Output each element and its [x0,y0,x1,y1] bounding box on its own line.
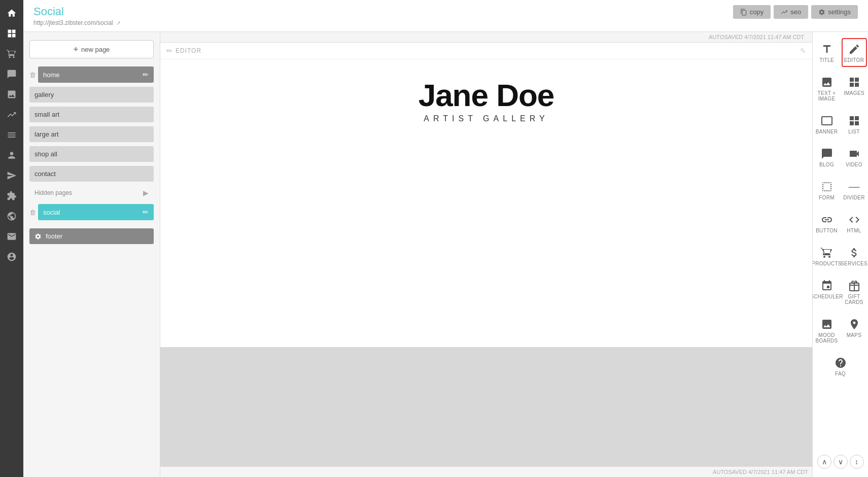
widget-faq[interactable]: FAQ [828,352,853,381]
external-link-icon[interactable]: ➚ [116,20,121,26]
page-item-home-label: home [43,71,60,79]
widget-html[interactable]: HTML [842,209,867,237]
settings-button[interactable]: settings [811,5,858,19]
widget-form[interactable]: FORM [814,176,840,205]
home-icon[interactable] [3,4,21,22]
widget-editor-icon [846,42,862,56]
page-item-large-art-label: large art [34,130,59,138]
hidden-pages-label: Hidden pages [34,189,72,196]
editor-toolbar-bar: ✏ EDITOR ✎ [160,43,812,59]
widget-row-2: TEXT + IMAGE IMAGES [813,69,868,108]
widget-gift-cards-icon [846,279,862,293]
widget-maps-label: MAPS [847,332,862,338]
widget-scheduler[interactable]: SCHEDULER [814,275,840,309]
footer-item[interactable]: footer [29,228,154,244]
site-subtitle: ARTIST GALLERY [424,114,548,123]
top-bar: Social http://jtest3.zibster.com/social … [23,0,868,32]
page-item-social[interactable]: social ✏ [38,204,154,220]
send-icon[interactable] [3,166,21,185]
url-link[interactable]: http://jtest3.zibster.com/social [33,19,113,26]
puzzle-icon[interactable] [3,187,21,205]
delete-social-icon[interactable]: 🗑 [29,209,36,216]
account-icon[interactable] [3,248,21,266]
edit-home-icon[interactable]: ✏ [143,71,149,79]
page-item-large-art[interactable]: large art [29,126,154,142]
widget-mood-boards-label: MOOD BOARDS [815,332,838,344]
page-item-shop-all[interactable]: shop all [29,146,154,162]
widget-images[interactable]: IMAGES [842,71,867,106]
copy-button[interactable]: copy [733,5,771,19]
widget-list-icon [846,114,862,128]
editor-area: AUTOSAVED 4/7/2021 11:47 AM CDT ✏ EDITOR… [160,32,812,477]
main-area: Social http://jtest3.zibster.com/social … [23,0,868,477]
widget-title[interactable]: TITLE [814,38,840,67]
widget-mood-boards[interactable]: MOOD BOARDS [814,313,840,348]
widget-form-label: FORM [819,195,835,200]
delete-home-icon[interactable]: 🗑 [29,71,36,79]
seo-button[interactable]: seo [774,5,808,19]
widget-products-icon [819,246,835,260]
chat-icon[interactable] [3,65,21,83]
widget-button[interactable]: BUTTON [814,209,840,237]
pages-panel: + new page 🗑 home ✏ gallery small art la… [23,32,160,477]
page-item-contact-label: contact [34,170,56,178]
widget-banner-icon [819,114,835,128]
widget-services[interactable]: SERVICES [842,242,867,270]
seo-icon [781,9,788,16]
reorder-button[interactable]: ↕ [850,455,864,469]
menu-icon[interactable] [3,126,21,144]
plus-icon: + [74,45,78,54]
new-page-button[interactable]: + new page [29,40,154,58]
widget-form-icon [819,180,835,194]
widget-video-label: VIDEO [846,162,862,167]
widget-text-image[interactable]: TEXT + IMAGE [814,71,840,106]
scroll-up-button[interactable]: ∧ [817,455,831,469]
widget-row-10: FAQ [813,350,868,383]
widget-banner[interactable]: BANNER [814,110,840,139]
widget-video[interactable]: VIDEO [842,143,867,172]
widget-editor[interactable]: EDITOR [842,38,867,67]
widget-button-icon [819,213,835,227]
widget-row-6: BUTTON HTML [813,207,868,240]
page-item-contact[interactable]: contact [29,166,154,182]
widget-row-4: BLOG VIDEO [813,141,868,174]
page-item-small-art[interactable]: small art [29,107,154,122]
page-title: Social [33,5,121,18]
widget-blog[interactable]: BLOG [814,143,840,172]
copy-icon [740,9,747,16]
contacts-icon[interactable] [3,146,21,164]
media-icon[interactable] [3,85,21,104]
widget-blog-label: BLOG [819,162,834,167]
mail-icon[interactable] [3,227,21,246]
editor-label: EDITOR [176,47,201,54]
widget-row-5: FORM — DIVIDER [813,174,868,207]
widget-maps-icon [846,317,862,331]
widget-html-label: HTML [847,228,861,233]
store-icon[interactable] [3,45,21,63]
widget-button-label: BUTTON [816,228,838,233]
page-item-gallery-label: gallery [34,91,54,98]
page-url: http://jtest3.zibster.com/social ➚ [33,19,121,26]
canvas-content: Jane Doe ARTIST GALLERY [160,59,812,212]
widget-gift-cards[interactable]: GIFT CARDS [842,275,867,309]
page-item-home[interactable]: home ✏ [38,66,154,83]
widget-list[interactable]: LIST [842,110,867,139]
hidden-pages-row[interactable]: Hidden pages ▶ [29,186,154,200]
footer-gear-icon [34,233,42,240]
widget-faq-icon [832,356,849,370]
footer-section: footer [29,228,154,244]
widget-gift-cards-label: GIFT CARDS [845,294,864,305]
widget-products[interactable]: PRODUCTS [814,242,840,270]
content-row: + new page 🗑 home ✏ gallery small art la… [23,32,868,477]
scroll-down-button[interactable]: ∨ [834,455,848,469]
widget-images-icon [846,75,862,89]
widget-faq-label: FAQ [835,371,846,377]
analytics-icon[interactable] [3,106,21,124]
edit-social-icon[interactable]: ✏ [143,208,149,216]
widget-divider[interactable]: — DIVIDER [842,176,867,205]
widget-maps[interactable]: MAPS [842,313,867,348]
page-item-gallery[interactable]: gallery [29,87,154,103]
pages-icon[interactable] [3,24,21,43]
globe-icon[interactable] [3,207,21,225]
editor-edit-icon[interactable]: ✎ [800,47,806,55]
